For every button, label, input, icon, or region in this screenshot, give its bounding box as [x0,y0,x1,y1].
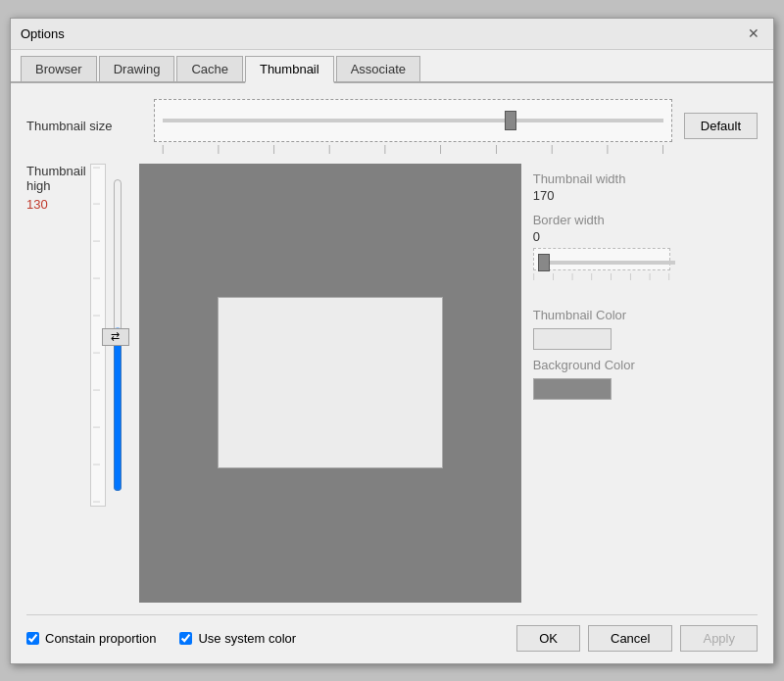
thumbnail-width-label: Thumbnail width [533,171,690,186]
ruler-marks-h: | | | | | | | | | | [154,144,672,154]
dialog-title: Options [21,26,65,41]
background-color-swatch[interactable] [533,378,612,400]
tab-bar: Browser Drawing Cache Thumbnail Associat… [11,50,773,83]
tab-browser[interactable]: Browser [21,56,97,81]
ruler-slider-area [154,99,672,142]
use-system-color-checkbox[interactable] [179,632,192,645]
tab-associate[interactable]: Associate [336,56,420,81]
cancel-button[interactable]: Cancel [588,625,672,652]
thumbnail-color-label: Thumbnail Color [533,308,690,322]
constrain-proportion-group: Constain proportion [26,631,156,646]
thumbnail-size-label: Thumbnail size [26,119,154,133]
background-color-label: Background Color [533,358,690,372]
close-button[interactable]: ✕ [744,24,763,43]
constrain-label: Constain proportion [45,631,156,646]
v-slider-container: | | | | | | | | | | [90,164,127,507]
thumbnail-high-value: 130 [26,197,48,212]
border-width-value: 0 [533,229,690,244]
left-panel: Thumbnail high 130 | | | | | [26,164,127,603]
right-panel: Thumbnail width 170 Border width 0 | | |… [533,164,690,603]
thumbnail-high-label: Thumbnail high [26,164,86,193]
tab-content: Thumbnail size | | | | | | | | | | [11,83,773,663]
thumbnail-size-slider[interactable] [163,119,663,122]
v-labels: Thumbnail high 130 [26,164,86,219]
middle-section: Thumbnail high 130 | | | | | [26,164,758,603]
thumbnail-size-row: Thumbnail size | | | | | | | | | | [26,99,758,154]
use-system-color-group: Use system color [179,631,296,646]
bottom-section: Constain proportion Use system color OK … [26,614,758,652]
ok-button[interactable]: OK [516,625,580,652]
border-width-slider[interactable] [538,261,675,265]
tab-cache[interactable]: Cache [176,56,243,81]
border-width-label: Border width [533,213,690,227]
v-slider-handle[interactable]: ⇄ [102,328,129,346]
preview-inner [218,297,443,468]
preview-area [139,164,521,603]
constrain-checkbox[interactable] [26,632,39,645]
thumbnail-width-value: 170 [533,188,690,203]
tab-thumbnail[interactable]: Thumbnail [245,56,334,83]
thumbnail-color-swatch[interactable] [533,328,612,350]
apply-button[interactable]: Apply [680,625,758,652]
title-bar: Options ✕ [11,19,773,50]
bottom-buttons: OK Cancel Apply [516,625,758,652]
default-button[interactable]: Default [684,113,758,139]
tab-drawing[interactable]: Drawing [99,56,175,81]
border-slider-ruler: | | | | | | | | [533,271,670,280]
h-slider-wrap: | | | | | | | | | | [154,99,672,154]
options-dialog: Options ✕ Browser Drawing Cache Thumbnai… [10,18,774,664]
use-system-color-label: Use system color [198,631,296,646]
